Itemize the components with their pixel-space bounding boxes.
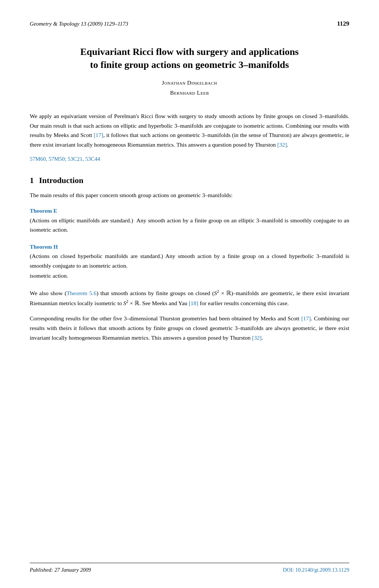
title-section: Equivariant Ricci flow with surgery and …: [30, 45, 349, 98]
s2r-paragraph: We also show (Theorem 5.6) that smooth a…: [30, 288, 349, 308]
authors: Jonathan Dinkelbach Bernhard Leeb: [30, 78, 349, 98]
page: Geometry & Topology 13 (2009) 1129–1173 …: [0, 0, 379, 588]
ref-32-body[interactable]: [32]: [252, 334, 262, 341]
theorem-e-text: (Actions on elliptic manifolds are stand…: [30, 216, 349, 235]
section-title: Introduction: [39, 176, 83, 185]
abstract: We apply an equivariant version of Perel…: [30, 111, 349, 149]
theorem-h-label: Theorem H: [30, 242, 58, 252]
ref-17-body[interactable]: [17]: [301, 315, 311, 321]
theorem-e-label: Theorem E: [30, 206, 57, 216]
intro-paragraph: The main results of this paper concern s…: [30, 190, 349, 200]
theorem-56-link[interactable]: Theorem 5.6: [67, 290, 97, 296]
keywords: 57M60, 57M50; 53C21, 53C44: [30, 156, 349, 162]
author1: Jonathan Dinkelbach: [30, 78, 349, 88]
section1-header: 1 Introduction: [30, 176, 349, 185]
theorem-e-row: Theorem E (Actions on elliptic manifolds…: [30, 206, 349, 235]
doi-link[interactable]: DOI: 10.2140/gt.2009.13.1129: [283, 567, 349, 573]
theorem-h-continuation: isometric action.: [30, 271, 349, 281]
theorem-h-row: Theorem H (Actions on closed hyperbolic …: [30, 242, 349, 271]
page-header: Geometry & Topology 13 (2009) 1129–1173 …: [30, 20, 349, 27]
other-geometries-paragraph: Corresponding results for the other five…: [30, 314, 349, 342]
published-date: Published: 27 January 2009: [30, 567, 91, 573]
keyword-link[interactable]: 57M60, 57M50; 53C21, 53C44: [30, 156, 100, 162]
theorem-h-text: (Actions on closed hyperbolic manifolds …: [30, 251, 349, 270]
journal-title: Geometry & Topology 13 (2009) 1129–1173: [30, 21, 128, 27]
theorem-h-block: Theorem H (Actions on closed hyperbolic …: [30, 242, 349, 281]
page-footer: Published: 27 January 2009 DOI: 10.2140/…: [30, 563, 349, 573]
ref-18[interactable]: [18]: [189, 300, 198, 306]
section-number: 1: [30, 176, 34, 185]
main-title: Equivariant Ricci flow with surgery and …: [30, 45, 349, 71]
page-number: 1129: [337, 20, 349, 27]
author2: Bernhard Leeb: [30, 88, 349, 98]
theorem-e-block: Theorem E (Actions on elliptic manifolds…: [30, 206, 349, 235]
doi: DOI: 10.2140/gt.2009.13.1129: [283, 567, 349, 573]
ref-17-abstract[interactable]: [17]: [94, 132, 103, 138]
ref-32-abstract[interactable]: [32]: [277, 141, 287, 148]
